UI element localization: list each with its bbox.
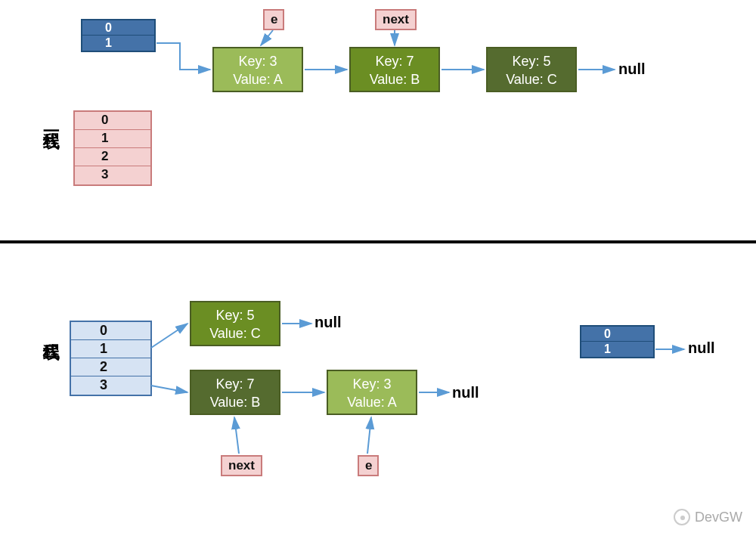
bottom-blue-table: 0 1	[580, 325, 655, 358]
blue-cell-0: 0	[82, 20, 154, 36]
node-key5b-key: Key: 5	[191, 306, 279, 324]
watermark-text: DevGW	[695, 510, 742, 525]
node-key5-bottom: Key: 5 Value: C	[190, 301, 280, 346]
blue-cell-1: 1	[82, 36, 154, 51]
node-key7-top: Key: 7 Value: B	[349, 47, 440, 92]
null-b3: null	[688, 339, 715, 357]
node-key7b-value: Value: B	[191, 393, 279, 411]
label-next-text: next	[383, 12, 409, 26]
null-top: null	[618, 60, 646, 78]
horizontal-divider	[0, 240, 756, 243]
node-key3-top: Key: 3 Value: A	[212, 47, 303, 92]
label-e-text: e	[271, 12, 277, 26]
lblue-cell-3: 3	[71, 376, 150, 395]
pink-cell-2: 2	[75, 148, 150, 166]
node-key3-key: Key: 3	[214, 52, 302, 70]
label-next-top: next	[375, 9, 417, 30]
node-key3-value: Value: A	[214, 70, 302, 88]
thread1-label: 线程一	[40, 119, 63, 124]
node-key7-value: Value: B	[351, 70, 438, 88]
pink-cell-1: 1	[75, 130, 150, 148]
null-b1: null	[314, 314, 342, 331]
node-key3b-value: Value: A	[328, 393, 416, 411]
node-key5-top: Key: 5 Value: C	[486, 47, 577, 92]
label-e-top: e	[263, 9, 284, 30]
bottom-lblue-table: 0 1 2 3	[70, 321, 152, 396]
blue-cell-b0: 0	[581, 327, 653, 342]
node-key3-bottom: Key: 3 Value: A	[327, 370, 417, 415]
node-key7-key: Key: 7	[351, 52, 438, 70]
watermark: DevGW	[674, 509, 742, 525]
label-e-bottom: e	[358, 455, 379, 476]
top-pink-table: 0 1 2 3	[73, 110, 152, 186]
null-b2: null	[452, 384, 479, 401]
lblue-cell-0: 0	[71, 322, 150, 340]
lblue-cell-1: 1	[71, 340, 150, 358]
label-next-b-text: next	[228, 458, 255, 472]
node-key3b-key: Key: 3	[328, 375, 416, 393]
blue-cell-b1: 1	[581, 342, 653, 357]
node-key5-key: Key: 5	[488, 52, 575, 70]
pink-cell-3: 3	[75, 166, 150, 184]
pink-cell-0: 0	[75, 112, 150, 130]
thread2-label: 线程二	[40, 330, 63, 335]
node-key5b-value: Value: C	[191, 324, 279, 342]
label-e-b-text: e	[365, 458, 372, 472]
node-key7b-key: Key: 7	[191, 375, 279, 393]
node-key5-value: Value: C	[488, 70, 575, 88]
lblue-cell-2: 2	[71, 358, 150, 376]
top-blue-table: 0 1	[81, 19, 156, 52]
watermark-icon	[674, 509, 690, 525]
node-key7-bottom: Key: 7 Value: B	[190, 370, 280, 415]
label-next-bottom: next	[221, 455, 262, 476]
